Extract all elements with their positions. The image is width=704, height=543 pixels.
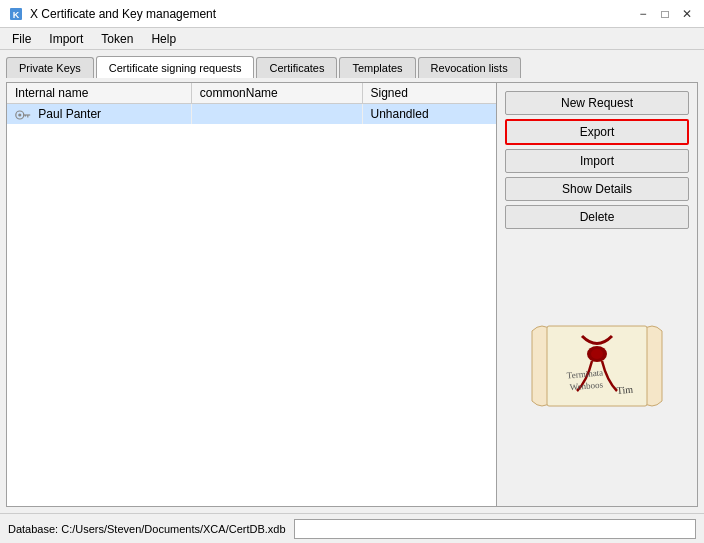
database-label: Database: C:/Users/Steven/Documents/XCA/… (8, 523, 286, 535)
cell-common-name (191, 104, 362, 125)
maximize-button[interactable]: □ (656, 5, 674, 23)
cell-signed: Unhandled (362, 104, 496, 125)
svg-point-9 (591, 349, 603, 359)
delete-button[interactable]: Delete (505, 205, 689, 229)
csr-table: Internal name commonName Signed (7, 83, 496, 124)
export-button[interactable]: Export (505, 119, 689, 145)
col-signed: Signed (362, 83, 496, 104)
title-bar-left: K X Certificate and Key management (8, 6, 216, 22)
window-controls: − □ ✕ (634, 5, 696, 23)
cert-image-area: Terminata Wenboos Tim (505, 233, 689, 498)
svg-text:Tim: Tim (616, 383, 633, 395)
sidebar: New Request Export Import Show Details D… (497, 83, 697, 506)
import-button[interactable]: Import (505, 149, 689, 173)
table-row[interactable]: Paul Panter Unhandled (7, 104, 496, 125)
tab-private-keys[interactable]: Private Keys (6, 57, 94, 78)
close-button[interactable]: ✕ (678, 5, 696, 23)
app-icon: K (8, 6, 24, 22)
main-content: Private Keys Certificate signing request… (0, 50, 704, 513)
menu-file[interactable]: File (4, 30, 39, 48)
minimize-button[interactable]: − (634, 5, 652, 23)
status-input[interactable] (294, 519, 696, 539)
tab-templates[interactable]: Templates (339, 57, 415, 78)
menu-token[interactable]: Token (93, 30, 141, 48)
key-icon (15, 109, 31, 121)
content-area: Internal name commonName Signed (6, 82, 698, 507)
tab-csr[interactable]: Certificate signing requests (96, 56, 255, 78)
table-area: Internal name commonName Signed (7, 83, 497, 506)
menu-bar: File Import Token Help (0, 28, 704, 50)
title-bar: K X Certificate and Key management − □ ✕ (0, 0, 704, 28)
cell-internal-name: Paul Panter (7, 104, 191, 125)
new-request-button[interactable]: New Request (505, 91, 689, 115)
certificate-scroll-icon: Terminata Wenboos Tim (522, 316, 672, 416)
menu-help[interactable]: Help (143, 30, 184, 48)
svg-text:K: K (13, 10, 20, 20)
tab-revocation[interactable]: Revocation lists (418, 57, 521, 78)
menu-import[interactable]: Import (41, 30, 91, 48)
app-title: X Certificate and Key management (30, 7, 216, 21)
status-bar: Database: C:/Users/Steven/Documents/XCA/… (0, 513, 704, 543)
col-common-name: commonName (191, 83, 362, 104)
col-internal-name: Internal name (7, 83, 191, 104)
show-details-button[interactable]: Show Details (505, 177, 689, 201)
tab-bar: Private Keys Certificate signing request… (6, 56, 698, 78)
tab-certificates[interactable]: Certificates (256, 57, 337, 78)
svg-point-6 (18, 113, 21, 116)
